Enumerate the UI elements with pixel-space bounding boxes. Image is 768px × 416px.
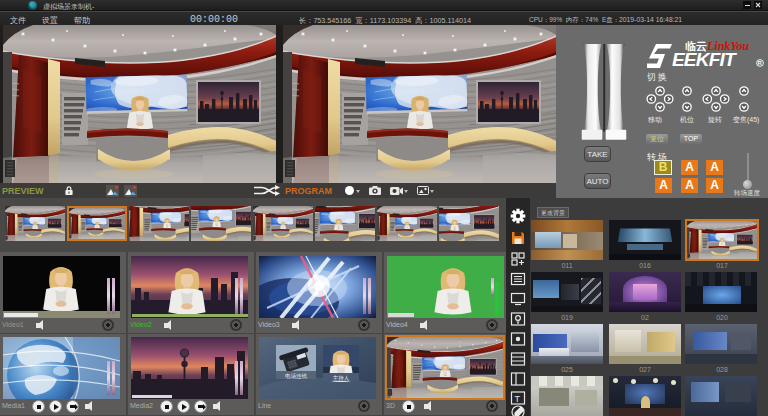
svg-text:主持人: 主持人 bbox=[333, 375, 350, 382]
svg-text:T: T bbox=[515, 394, 521, 404]
svg-text:R: R bbox=[758, 60, 762, 66]
svg-text:电话连线: 电话连线 bbox=[285, 373, 308, 380]
svg-text:EEKFIT: EEKFIT bbox=[672, 49, 737, 70]
